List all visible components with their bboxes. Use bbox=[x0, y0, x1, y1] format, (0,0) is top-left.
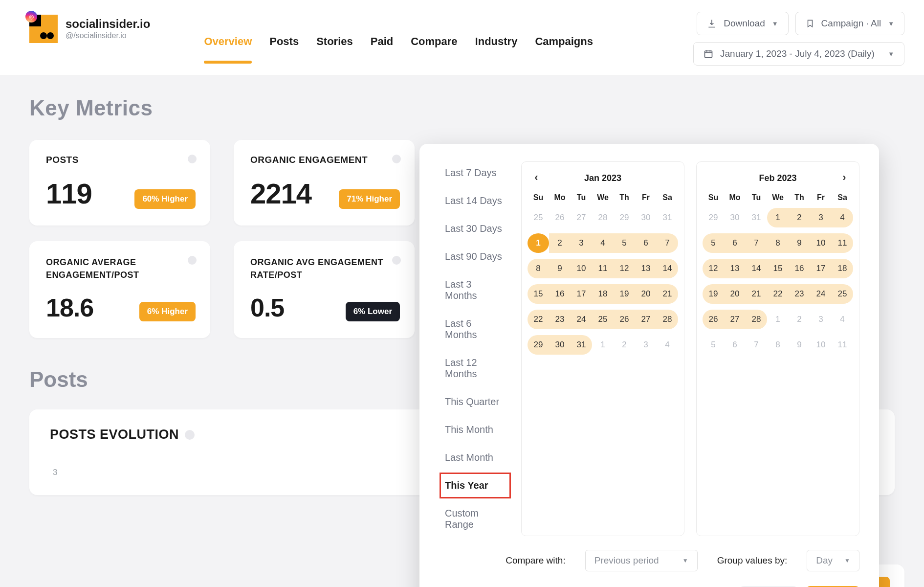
date-range-button[interactable]: January 1, 2023 - July 4, 2023 (Daily) ▼ bbox=[693, 42, 904, 66]
calendar-day[interactable]: 20 bbox=[635, 284, 657, 304]
date-preset[interactable]: Last 30 Days bbox=[441, 217, 509, 240]
calendar-day[interactable]: 15 bbox=[528, 284, 549, 304]
date-preset[interactable]: Last 14 Days bbox=[441, 189, 509, 212]
calendar-day[interactable]: 4 bbox=[832, 310, 853, 329]
calendar-day[interactable]: 16 bbox=[549, 284, 571, 304]
group-select[interactable]: Day ▼ bbox=[807, 550, 859, 571]
calendar-next-icon[interactable]: › bbox=[837, 171, 851, 184]
calendar-day[interactable]: 20 bbox=[724, 284, 746, 304]
calendar-day[interactable]: 19 bbox=[614, 284, 635, 304]
calendar-day[interactable]: 3 bbox=[810, 208, 832, 227]
calendar-day[interactable]: 1 bbox=[767, 208, 789, 227]
calendar-day[interactable]: 12 bbox=[614, 259, 635, 278]
calendar-day[interactable]: 30 bbox=[724, 208, 746, 227]
calendar-day[interactable]: 6 bbox=[635, 233, 657, 253]
date-preset[interactable]: Last Month bbox=[441, 446, 509, 469]
calendar-day[interactable]: 26 bbox=[614, 310, 635, 329]
calendar-day[interactable]: 16 bbox=[789, 259, 810, 278]
calendar-day[interactable]: 23 bbox=[549, 310, 571, 329]
calendar-day[interactable]: 7 bbox=[746, 233, 767, 253]
calendar-day[interactable]: 5 bbox=[703, 233, 724, 253]
calendar-day[interactable]: 9 bbox=[789, 233, 810, 253]
calendar-day[interactable]: 11 bbox=[592, 259, 614, 278]
calendar-day[interactable]: 22 bbox=[767, 284, 789, 304]
calendar-day[interactable]: 29 bbox=[528, 335, 549, 355]
calendar-day[interactable]: 15 bbox=[767, 259, 789, 278]
date-preset[interactable]: Last 90 Days bbox=[441, 245, 509, 268]
calendar-day[interactable]: 25 bbox=[592, 310, 614, 329]
date-preset[interactable]: Last 6 Months bbox=[441, 312, 509, 346]
calendar-day[interactable]: 18 bbox=[832, 259, 853, 278]
calendar-day[interactable]: 7 bbox=[746, 335, 767, 355]
calendar-day[interactable]: 27 bbox=[571, 208, 592, 227]
calendar-day[interactable]: 9 bbox=[549, 259, 571, 278]
download-button[interactable]: Download ▼ bbox=[697, 12, 788, 35]
calendar-prev-icon[interactable]: ‹ bbox=[529, 171, 543, 184]
calendar-day[interactable]: 27 bbox=[724, 310, 746, 329]
calendar-day[interactable]: 31 bbox=[571, 335, 592, 355]
calendar-day[interactable]: 27 bbox=[635, 310, 657, 329]
calendar-day[interactable]: 1 bbox=[592, 335, 614, 355]
info-icon[interactable] bbox=[188, 155, 197, 163]
calendar-day[interactable]: 30 bbox=[635, 208, 657, 227]
date-preset[interactable]: This Quarter bbox=[441, 390, 509, 413]
calendar-day[interactable]: 30 bbox=[549, 335, 571, 355]
date-preset[interactable]: Last 7 Days bbox=[441, 161, 509, 184]
calendar-day[interactable]: 10 bbox=[810, 233, 832, 253]
calendar-day[interactable]: 10 bbox=[810, 335, 832, 355]
calendar-day[interactable]: 10 bbox=[571, 259, 592, 278]
calendar-day[interactable]: 29 bbox=[614, 208, 635, 227]
calendar-day[interactable]: 3 bbox=[635, 335, 657, 355]
calendar-day[interactable]: 12 bbox=[703, 259, 724, 278]
calendar-day[interactable]: 25 bbox=[832, 284, 853, 304]
tab-overview[interactable]: Overview bbox=[204, 35, 252, 63]
calendar-day[interactable]: 8 bbox=[528, 259, 549, 278]
info-icon[interactable] bbox=[392, 256, 401, 265]
calendar-day[interactable]: 1 bbox=[767, 310, 789, 329]
calendar-day[interactable]: 13 bbox=[724, 259, 746, 278]
tab-posts[interactable]: Posts bbox=[269, 35, 299, 63]
calendar-day[interactable]: 2 bbox=[789, 310, 810, 329]
calendar-day[interactable]: 25 bbox=[528, 208, 549, 227]
calendar-day[interactable]: 14 bbox=[657, 259, 678, 278]
calendar-day[interactable]: 3 bbox=[810, 310, 832, 329]
calendar-day[interactable]: 23 bbox=[789, 284, 810, 304]
info-icon[interactable] bbox=[392, 155, 401, 163]
calendar-day[interactable]: 4 bbox=[657, 335, 678, 355]
calendar-day[interactable]: 11 bbox=[832, 335, 853, 355]
calendar-day[interactable]: 28 bbox=[592, 208, 614, 227]
calendar-day[interactable]: 6 bbox=[724, 335, 746, 355]
calendar-day[interactable]: 7 bbox=[657, 233, 678, 253]
calendar-day[interactable]: 19 bbox=[703, 284, 724, 304]
calendar-day[interactable]: 26 bbox=[549, 208, 571, 227]
calendar-day[interactable]: 28 bbox=[746, 310, 767, 329]
date-preset[interactable]: This Month bbox=[441, 418, 509, 441]
date-preset[interactable]: This Year bbox=[441, 474, 509, 497]
calendar-day[interactable]: 28 bbox=[657, 310, 678, 329]
calendar-day[interactable]: 21 bbox=[657, 284, 678, 304]
date-preset[interactable]: Custom Range bbox=[441, 502, 509, 536]
tab-compare[interactable]: Compare bbox=[411, 35, 457, 63]
calendar-day[interactable]: 31 bbox=[746, 208, 767, 227]
calendar-day[interactable]: 11 bbox=[832, 233, 853, 253]
calendar-day[interactable]: 26 bbox=[703, 310, 724, 329]
tab-paid[interactable]: Paid bbox=[371, 35, 393, 63]
calendar-day[interactable]: 5 bbox=[614, 233, 635, 253]
calendar-day[interactable]: 9 bbox=[789, 335, 810, 355]
calendar-day[interactable]: 17 bbox=[810, 259, 832, 278]
tab-industry[interactable]: Industry bbox=[475, 35, 518, 63]
calendar-day[interactable]: 1 bbox=[528, 233, 549, 253]
compare-select[interactable]: Previous period ▼ bbox=[585, 550, 698, 571]
calendar-day[interactable]: 8 bbox=[767, 335, 789, 355]
calendar-day[interactable]: 14 bbox=[746, 259, 767, 278]
calendar-day[interactable]: 3 bbox=[571, 233, 592, 253]
calendar-day[interactable]: 6 bbox=[724, 233, 746, 253]
calendar-day[interactable]: 31 bbox=[657, 208, 678, 227]
calendar-day[interactable]: 13 bbox=[635, 259, 657, 278]
info-icon[interactable] bbox=[188, 256, 197, 265]
calendar-day[interactable]: 18 bbox=[592, 284, 614, 304]
calendar-day[interactable]: 2 bbox=[549, 233, 571, 253]
date-preset[interactable]: Last 12 Months bbox=[441, 351, 509, 385]
tab-stories[interactable]: Stories bbox=[316, 35, 353, 63]
calendar-day[interactable]: 2 bbox=[614, 335, 635, 355]
